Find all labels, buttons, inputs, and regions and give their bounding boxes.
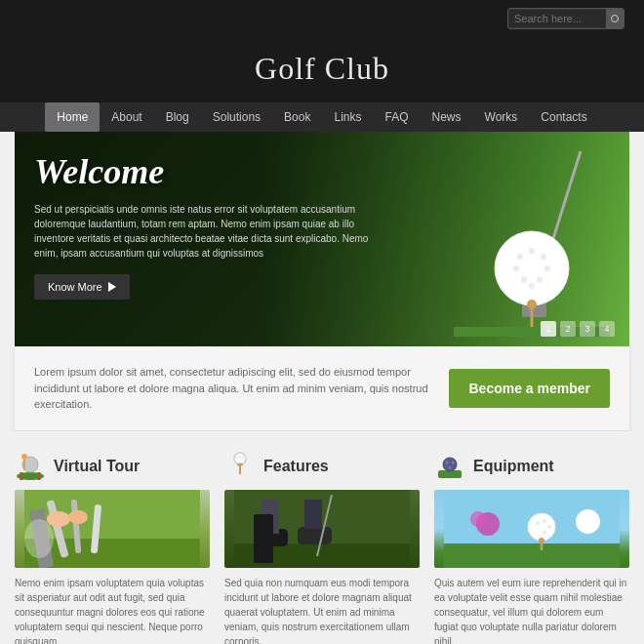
hero-text: Sed ut perspiciatis unde omnis iste natu… [34, 202, 373, 261]
equipment-icon [434, 451, 465, 482]
svg-point-10 [529, 283, 535, 289]
hero-title: Welcome [34, 151, 373, 192]
svg-rect-38 [304, 500, 322, 529]
know-more-label: Know More [48, 281, 102, 293]
svg-point-48 [536, 521, 540, 525]
svg-rect-16 [20, 472, 23, 480]
site-header: Golf Club [0, 37, 644, 102]
svg-rect-37 [262, 500, 279, 534]
virtual-tour-desc: Nemo enim ipsam voluptatem quia voluptas… [15, 576, 210, 645]
svg-point-32 [237, 463, 243, 465]
features-section: Virtual Tour Nemo enim ipsam voluptatem … [0, 431, 644, 645]
svg-point-29 [239, 456, 241, 458]
svg-point-49 [543, 519, 546, 523]
nav-item-about[interactable]: About [100, 102, 153, 132]
svg-point-43 [452, 461, 455, 463]
hero-content: Welcome Sed ut perspiciatis unde omnis i… [34, 151, 373, 300]
svg-point-30 [242, 457, 244, 459]
svg-point-53 [539, 538, 544, 543]
slider-dots: 1 2 3 4 [541, 321, 615, 337]
svg-point-6 [544, 265, 550, 271]
feature-features-header: Features [224, 451, 420, 482]
svg-rect-46 [444, 543, 620, 568]
svg-point-55 [470, 511, 486, 527]
nav-item-links[interactable]: Links [322, 102, 373, 132]
membership-section: Lorem ipsum dolor sit amet, consectetur … [15, 346, 629, 431]
svg-rect-17 [37, 472, 41, 480]
nav-item-home[interactable]: Home [45, 102, 100, 132]
search-input[interactable] [508, 10, 606, 27]
svg-point-4 [529, 248, 535, 254]
svg-point-8 [521, 277, 527, 283]
svg-point-5 [541, 254, 546, 260]
arrow-icon [108, 282, 116, 292]
know-more-button[interactable]: Know More [34, 274, 130, 300]
top-bar [0, 0, 644, 37]
svg-point-9 [513, 265, 519, 271]
svg-point-12 [527, 300, 537, 309]
search-button[interactable] [606, 9, 624, 28]
svg-rect-21 [24, 539, 200, 568]
svg-point-3 [517, 254, 523, 260]
slider-dot-3[interactable]: 3 [580, 321, 595, 337]
virtual-tour-icon [15, 451, 46, 482]
svg-point-2 [495, 231, 569, 305]
svg-rect-35 [254, 529, 288, 546]
feature-features: Features Sed quia non numquam eus modi t… [224, 451, 420, 645]
svg-point-44 [449, 465, 452, 468]
site-title: Golf Club [0, 51, 644, 87]
svg-point-7 [537, 277, 543, 283]
feature-virtual-tour-header: Virtual Tour [15, 451, 210, 482]
svg-point-25 [47, 511, 70, 527]
feature-equipment: Equipment Qu [434, 451, 629, 645]
svg-point-50 [547, 525, 551, 529]
features-icon [224, 451, 256, 482]
svg-point-28 [236, 457, 238, 459]
feature-virtual-tour: Virtual Tour Nemo enim ipsam voluptatem … [15, 451, 210, 645]
svg-rect-36 [298, 527, 332, 544]
svg-point-27 [234, 453, 246, 464]
svg-point-41 [443, 458, 457, 471]
equipment-desc: Quis autem vel eum iure reprehenderit qu… [434, 576, 629, 645]
svg-rect-34 [234, 543, 410, 568]
nav-item-contacts[interactable]: Contacts [529, 102, 598, 132]
nav-item-works[interactable]: Works [473, 102, 530, 132]
svg-point-26 [68, 510, 88, 524]
svg-point-18 [21, 454, 27, 460]
features-desc: Sed quia non numquam eus modi tempora in… [224, 576, 420, 645]
page-wrapper: Golf Club Home About Blog Solutions Book… [0, 0, 644, 644]
slider-dot-4[interactable]: 4 [599, 321, 615, 337]
svg-point-51 [543, 531, 546, 535]
nav-item-news[interactable]: News [421, 102, 473, 132]
nav-item-blog[interactable]: Blog [154, 102, 201, 132]
hero-slider: Welcome Sed ut perspiciatis unde omnis i… [15, 132, 629, 346]
virtual-tour-title: Virtual Tour [54, 458, 140, 475]
equipment-image [434, 490, 629, 568]
golf-ball-illustration [454, 141, 610, 337]
features-title: Features [263, 458, 329, 475]
svg-point-42 [446, 461, 449, 463]
equipment-title: Equipment [473, 458, 554, 475]
slider-dot-2[interactable]: 2 [560, 321, 576, 337]
membership-text: Lorem ipsum dolor sit amet, consectetur … [34, 364, 449, 413]
features-image [224, 490, 420, 568]
main-nav: Home About Blog Solutions Book Links FAQ… [0, 102, 644, 132]
virtual-tour-image [15, 490, 210, 568]
nav-item-solutions[interactable]: Solutions [201, 102, 272, 132]
become-member-button[interactable]: Become a member [449, 369, 610, 408]
feature-equipment-header: Equipment [434, 451, 629, 482]
slider-dot-1[interactable]: 1 [541, 321, 556, 337]
nav-item-book[interactable]: Book [272, 102, 322, 132]
search-wrapper [507, 8, 624, 29]
nav-item-faq[interactable]: FAQ [373, 102, 420, 132]
